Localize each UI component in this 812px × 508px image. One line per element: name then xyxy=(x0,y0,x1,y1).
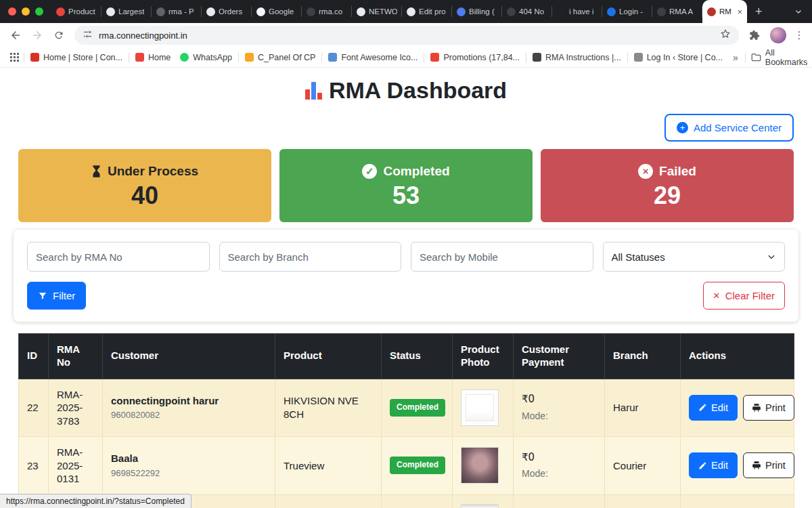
header-rma-no: RMA No xyxy=(49,334,103,379)
bookmark-star-icon[interactable] xyxy=(720,28,731,42)
tab-title: Edit pro xyxy=(419,7,446,16)
customer-name: connectingpoint harur xyxy=(111,394,267,408)
browser-tab[interactable]: Google xyxy=(252,0,302,23)
bookmark-separator xyxy=(627,53,628,62)
bookmark-separator xyxy=(321,53,322,62)
browser-tab[interactable]: rma.co xyxy=(302,0,352,23)
apps-grid-icon[interactable] xyxy=(7,53,22,62)
cell-branch: Harur xyxy=(605,379,681,437)
edit-button[interactable]: Edit xyxy=(689,395,738,421)
bookmark-favicon-icon xyxy=(245,53,254,62)
all-bookmarks-button[interactable]: All Bookmarks xyxy=(747,48,812,67)
stat-card-under-process[interactable]: Under Process 40 xyxy=(18,149,271,222)
cell-product: HIKVISION NVE 8CH xyxy=(275,379,382,437)
customer-phone: 9698522292 xyxy=(111,468,267,480)
product-photo[interactable] xyxy=(461,504,499,508)
url-text[interactable]: rma.connectingpoint.in xyxy=(99,30,714,41)
cell-id: 22 xyxy=(19,379,49,437)
bookmark-item[interactable]: Promotions (17,84... xyxy=(426,51,524,64)
bookmark-separator xyxy=(424,53,424,62)
browser-tab[interactable]: 404 No xyxy=(502,0,552,23)
bookmarks-overflow-chevron[interactable]: » xyxy=(727,52,744,63)
stat-card-completed[interactable]: ✓ Completed 53 xyxy=(279,149,533,222)
browser-tab[interactable]: NETWO xyxy=(352,0,402,23)
bookmark-item[interactable]: Home | Store | Con... xyxy=(26,51,127,64)
edit-label: Edit xyxy=(711,460,728,471)
bookmark-item[interactable]: RMA Instructions |... xyxy=(528,51,626,64)
bookmark-favicon-icon xyxy=(533,53,541,62)
bookmark-item[interactable]: Font Awesome Ico... xyxy=(323,51,422,64)
bookmark-item[interactable]: Home xyxy=(131,51,175,64)
browser-tab[interactable]: i have i xyxy=(552,0,602,23)
cell-product-photo xyxy=(453,379,514,437)
print-button[interactable]: Print xyxy=(743,452,794,478)
tab-favicon-icon xyxy=(707,7,716,16)
new-tab-button[interactable]: + xyxy=(747,0,771,23)
browser-tab[interactable]: Login - xyxy=(602,0,652,23)
tab-favicon-icon xyxy=(357,7,365,16)
stat-card-failed[interactable]: × Failed 29 xyxy=(541,149,794,222)
print-button[interactable]: Print xyxy=(743,395,794,421)
forward-icon[interactable] xyxy=(27,25,47,45)
bookmark-item[interactable]: Log In ‹ Store | Co... xyxy=(629,51,727,64)
address-bar[interactable]: rma.connectingpoint.in xyxy=(74,26,739,45)
browser-tab[interactable]: rma - P xyxy=(152,0,202,23)
bookmark-item[interactable]: C_Panel Of CP xyxy=(240,51,320,64)
browser-tab[interactable]: Largest xyxy=(102,0,152,23)
tab-close-icon[interactable]: × xyxy=(737,7,742,16)
tab-title: rma - P xyxy=(168,7,194,16)
extensions-puzzle-icon[interactable] xyxy=(744,25,765,45)
bar-chart-icon xyxy=(305,81,322,100)
plus-circle-icon: + xyxy=(677,122,688,133)
tab-title: RMA A xyxy=(669,7,693,16)
product-photo[interactable] xyxy=(461,389,499,426)
browser-tab[interactable]: Orders xyxy=(202,0,252,23)
search-branch-input[interactable] xyxy=(219,242,402,272)
cell-payment: ₹0 Mode: xyxy=(514,437,605,495)
page-title-text: RMA Dashboard xyxy=(329,77,507,104)
printer-icon xyxy=(752,403,761,412)
cell-status: Completed xyxy=(382,379,453,437)
back-icon[interactable] xyxy=(5,25,26,45)
profile-avatar[interactable] xyxy=(770,27,786,43)
tab-title: Product xyxy=(68,7,95,16)
cell-payment: ₹0 Mode: xyxy=(514,379,605,437)
product-photo[interactable] xyxy=(461,447,499,484)
browser-tab[interactable]: Billing ( xyxy=(452,0,502,23)
status-select[interactable]: All Statuses xyxy=(603,242,786,272)
funnel-icon xyxy=(38,291,47,301)
zoom-window-button[interactable] xyxy=(35,7,43,16)
browser-tab[interactable]: Product xyxy=(51,0,102,23)
filter-button[interactable]: Filter xyxy=(27,282,86,310)
clear-x-icon: × xyxy=(713,290,720,301)
edit-button[interactable]: Edit xyxy=(689,452,738,478)
search-rma-input[interactable] xyxy=(27,242,210,272)
bookmark-item[interactable]: WhatsApp xyxy=(175,51,237,64)
search-mobile-input[interactable] xyxy=(411,242,593,272)
stat-label: Failed xyxy=(659,164,696,179)
add-service-center-label: Add Service Center xyxy=(694,122,782,133)
bookmark-label: WhatsApp xyxy=(193,53,232,62)
browser-tab[interactable]: RMA A xyxy=(652,0,702,23)
close-window-button[interactable] xyxy=(8,7,16,16)
reload-icon[interactable] xyxy=(49,25,69,45)
minimize-window-button[interactable] xyxy=(22,7,30,16)
tab-search-chevron-icon[interactable] xyxy=(785,0,812,23)
browser-tab[interactable]: Edit pro xyxy=(402,0,452,23)
bookmark-label: Home xyxy=(148,53,171,62)
header-actions: Actions xyxy=(681,334,794,379)
site-settings-icon[interactable] xyxy=(83,29,93,42)
table-row: 22 RMA-2025-3783 connectingpoint harur 9… xyxy=(19,379,794,437)
clear-filter-button[interactable]: × Clear Filter xyxy=(703,282,785,310)
header-branch: Branch xyxy=(605,334,681,379)
add-service-center-button[interactable]: + Add Service Center xyxy=(664,114,794,142)
page-content: RMA Dashboard + Add Service Center Under… xyxy=(0,77,812,508)
tab-title: RM xyxy=(719,7,731,16)
cell-actions: Edit Print xyxy=(681,437,794,495)
stat-label: Under Process xyxy=(108,164,198,179)
cell-product: Trueview xyxy=(275,437,382,495)
browser-menu-icon[interactable]: ⋮ xyxy=(792,29,807,41)
cell-branch xyxy=(605,494,681,508)
browser-tab-active[interactable]: RM× xyxy=(702,0,747,23)
cell-rma-no: RMA-2025-0131 xyxy=(49,437,103,495)
